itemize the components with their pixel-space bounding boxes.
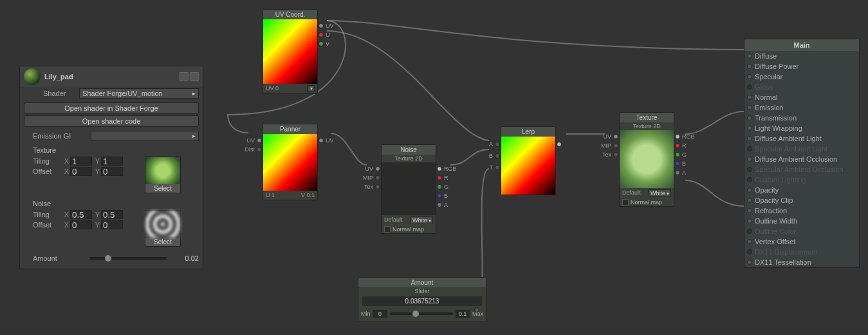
- port-dot[interactable]: [747, 239, 752, 244]
- port-dot[interactable]: [747, 249, 752, 254]
- port-dot[interactable]: [747, 208, 752, 213]
- port-dot[interactable]: [747, 218, 752, 224]
- main-input-vertex-offset[interactable]: Vertex Offset: [744, 236, 859, 247]
- port-dot[interactable]: [747, 177, 752, 182]
- main-output-node[interactable]: Main DiffuseDiffuse PowerSpecularGlossNo…: [744, 39, 860, 268]
- node-amount[interactable]: Amount Slider 0.03675213 Min 0 0.1 Max: [358, 277, 486, 322]
- port-dot[interactable]: [747, 198, 752, 203]
- port-dot[interactable]: [747, 157, 752, 162]
- main-input-opacity-clip[interactable]: Opacity Clip: [744, 195, 859, 206]
- main-input-dx11-displacement[interactable]: DX11 Displacement: [744, 247, 859, 257]
- main-input-diffuse-power[interactable]: Diffuse Power: [744, 61, 859, 72]
- texture-normalmap-checkbox[interactable]: [622, 199, 629, 206]
- port-dot[interactable]: [747, 167, 752, 172]
- node-lerp[interactable]: Lerp A B T: [501, 126, 556, 195]
- port-dot[interactable]: [747, 74, 752, 79]
- main-input-normal[interactable]: Normal: [744, 92, 859, 102]
- amount-node-value[interactable]: 0.03675213: [362, 296, 482, 306]
- main-title: Main: [744, 39, 859, 51]
- amount-node-slider[interactable]: [390, 312, 453, 315]
- main-input-outline-width[interactable]: Outline Width: [744, 216, 859, 226]
- port-dot[interactable]: [747, 105, 752, 110]
- main-input-emission[interactable]: Emission: [744, 102, 859, 113]
- noise-normalmap-checkbox[interactable]: [384, 226, 391, 233]
- main-input-light-wrapping[interactable]: Light Wrapping: [744, 123, 859, 133]
- main-input-refraction[interactable]: Refraction: [744, 206, 859, 216]
- main-input-transmission[interactable]: Transmission: [744, 113, 859, 123]
- main-input-specular[interactable]: Specular: [744, 72, 859, 82]
- main-input-diffuse-ambient-occlusion[interactable]: Diffuse Ambient Occlusion: [744, 154, 859, 164]
- port-dot[interactable]: [747, 146, 752, 151]
- node-texture[interactable]: Texture Texture 2D UV MIP Tex RGB R G B …: [619, 112, 674, 207]
- node-panner[interactable]: Panner UV Dist UV U 1V 0.1: [263, 124, 318, 200]
- node-uv-coord[interactable]: UV Coord. UV U V UV 0: [263, 9, 318, 94]
- amount-min-field[interactable]: 0: [373, 310, 387, 318]
- uv-channel-dropdown[interactable]: [307, 85, 315, 92]
- port-dot[interactable]: [747, 95, 752, 100]
- node-noise[interactable]: Noise Texture 2D UV MIP Tex RGB R G B A …: [381, 144, 436, 234]
- port-dot[interactable]: [747, 187, 752, 193]
- main-input-diffuse[interactable]: Diffuse: [744, 51, 859, 61]
- port-dot[interactable]: [747, 53, 752, 59]
- main-input-specular-ambient-occlusion[interactable]: Specular Ambient Occlusion: [744, 164, 859, 175]
- port-dot[interactable]: [747, 84, 752, 90]
- port-dot[interactable]: [747, 126, 752, 131]
- port-dot[interactable]: [747, 229, 752, 234]
- main-input-outline-color[interactable]: Outline Color: [744, 226, 859, 236]
- port-dot[interactable]: [747, 260, 752, 265]
- main-input-specular-ambient-light[interactable]: Specular Ambient Light: [744, 144, 859, 154]
- main-input-custom-lighting[interactable]: Custom Lighting: [744, 175, 859, 185]
- main-input-dx11-tessellation[interactable]: DX11 Tessellation: [744, 257, 859, 267]
- amount-max-field[interactable]: 0.1: [456, 310, 470, 318]
- port-dot[interactable]: [747, 136, 752, 141]
- node-canvas[interactable]: UV Coord. UV U V UV 0 Panner UV Dist UV …: [0, 0, 868, 335]
- port-dot[interactable]: [747, 115, 752, 120]
- main-input-opacity[interactable]: Opacity: [744, 185, 859, 195]
- port-dot[interactable]: [747, 64, 752, 69]
- noise-default-dropdown[interactable]: White: [411, 216, 433, 224]
- main-input-gloss[interactable]: Gloss: [744, 82, 859, 92]
- main-input-diffuse-ambient-light[interactable]: Diffuse Ambient Light: [744, 133, 859, 144]
- texture-default-dropdown[interactable]: White: [649, 189, 671, 197]
